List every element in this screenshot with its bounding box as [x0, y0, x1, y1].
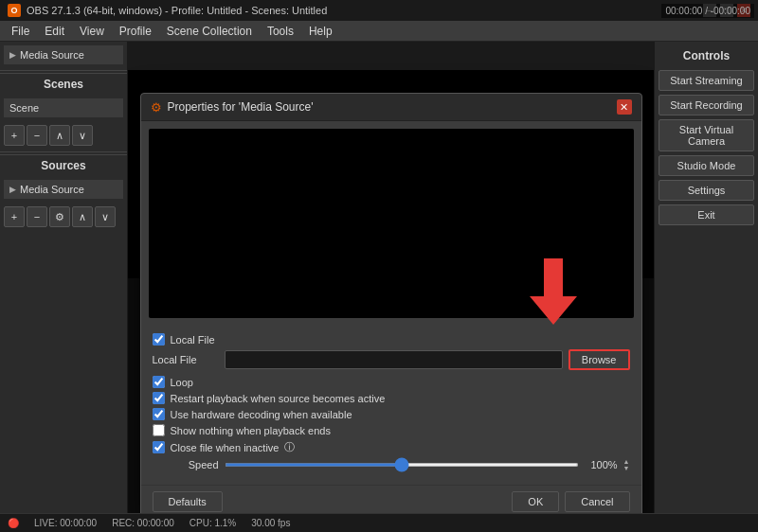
move-source-up-button[interactable]: ∧: [72, 206, 93, 227]
sources-section: ▶ Media Source: [0, 176, 127, 203]
cancel-button[interactable]: Cancel: [565, 491, 629, 512]
show-nothing-label: Show nothing when playback ends: [171, 425, 331, 436]
add-source-button[interactable]: +: [4, 206, 25, 227]
info-icon: ⓘ: [284, 440, 295, 454]
hardware-checkbox[interactable]: [153, 408, 165, 420]
sources-label: Sources: [0, 154, 127, 176]
defaults-button[interactable]: Defaults: [153, 491, 223, 512]
arrow-down-indicator: [525, 258, 582, 325]
dialog-title: ⚙ Properties for 'Media Source': [151, 100, 314, 115]
hardware-row: Use hardware decoding when available: [153, 408, 630, 420]
start-streaming-button[interactable]: Start Streaming: [659, 70, 754, 91]
sources-controls[interactable]: + − ⚙ ∧ ∨: [0, 203, 127, 231]
scenes-controls[interactable]: + − ∧ ∨: [0, 121, 127, 150]
media-source-section: ▶ Media Source: [0, 42, 127, 68]
show-nothing-row: Show nothing when playback ends: [153, 424, 630, 436]
cpu-status: CPU: 1.1%: [190, 518, 236, 528]
move-source-down-button[interactable]: ∨: [95, 206, 116, 227]
scenes-section: Scene: [0, 95, 127, 121]
remove-source-button[interactable]: −: [27, 206, 47, 227]
properties-dialog: ⚙ Properties for 'Media Source' ✕: [140, 93, 642, 521]
ok-button[interactable]: OK: [512, 491, 559, 512]
speed-arrows: ▲ ▼: [623, 458, 630, 471]
close-file-label: Close file when inactive: [171, 442, 280, 453]
dialog-footer-right: OK Cancel: [512, 491, 629, 512]
speed-slider[interactable]: [225, 463, 579, 467]
source-play-icon: ▶: [9, 185, 16, 194]
scene-item[interactable]: Scene: [4, 98, 123, 117]
restart-checkbox[interactable]: [153, 392, 165, 404]
dialog-preview: [149, 129, 634, 318]
move-scene-down-button[interactable]: ∨: [72, 125, 93, 146]
title-bar-text: OBS 27.1.3 (64-bit, windows) - Profile: …: [27, 5, 327, 16]
obs-icon: O: [8, 4, 21, 17]
divider-1: [0, 70, 127, 71]
dialog-title-icon: ⚙: [151, 100, 162, 115]
start-virtual-camera-button[interactable]: Start Virtual Camera: [659, 119, 754, 151]
exit-button[interactable]: Exit: [659, 204, 754, 225]
divider-2: [0, 151, 127, 152]
loop-label: Loop: [171, 377, 193, 388]
local-file-checkbox-label: Local File: [171, 334, 215, 346]
loop-row: Loop: [153, 376, 630, 388]
media-source-item[interactable]: ▶ Media Source: [4, 45, 123, 64]
menu-view[interactable]: View: [72, 23, 112, 40]
gear-button[interactable]: ⚙: [49, 206, 70, 227]
main-area: ▶ Media Source Scenes Scene + − ∧ ∨ Sour…: [0, 42, 758, 532]
menu-bar: File Edit View Profile Scene Collection …: [0, 21, 758, 42]
title-bar-left: O OBS 27.1.3 (64-bit, windows) - Profile…: [8, 4, 327, 17]
show-nothing-checkbox[interactable]: [153, 424, 165, 436]
remove-scene-button[interactable]: −: [27, 125, 47, 146]
dialog-overlay: ⚙ Properties for 'Media Source' ✕: [128, 83, 654, 513]
source-item[interactable]: ▶ Media Source: [4, 180, 123, 199]
menu-tools[interactable]: Tools: [260, 23, 301, 40]
controls-title: Controls: [659, 49, 754, 62]
local-file-row: Local File Browse: [153, 349, 630, 370]
hardware-label: Use hardware decoding when available: [171, 409, 352, 420]
local-file-checkbox-row: Local File: [153, 333, 630, 346]
restart-row: Restart playback when source becomes act…: [153, 392, 630, 404]
rec-status: REC: 00:00:00: [112, 518, 174, 528]
move-scene-up-button[interactable]: ∧: [49, 125, 70, 146]
browse-button[interactable]: Browse: [568, 349, 630, 370]
dialog-title-text: Properties for 'Media Source': [168, 100, 314, 114]
menu-profile[interactable]: Profile: [112, 23, 159, 40]
menu-scene-collection[interactable]: Scene Collection: [159, 23, 260, 40]
close-file-checkbox[interactable]: [153, 441, 165, 453]
preview-area: ⚙ Properties for 'Media Source' ✕: [128, 42, 654, 532]
dialog-titlebar: ⚙ Properties for 'Media Source' ✕: [141, 94, 641, 121]
title-bar: O OBS 27.1.3 (64-bit, windows) - Profile…: [0, 0, 758, 21]
dialog-close-button[interactable]: ✕: [617, 99, 632, 115]
right-panel: 00:00:00 / -00:00:00 Controls Start Stre…: [654, 42, 758, 532]
status-indicator: 🔴: [8, 518, 19, 528]
local-file-input[interactable]: [225, 350, 563, 369]
media-source-label: Media Source: [20, 49, 84, 61]
left-panel: ▶ Media Source Scenes Scene + − ∧ ∨ Sour…: [0, 42, 128, 532]
local-file-label: Local File: [153, 354, 219, 365]
studio-mode-button[interactable]: Studio Mode: [659, 155, 754, 176]
menu-file[interactable]: File: [4, 23, 37, 40]
dialog-body: Local File Local File Browse Loop: [141, 326, 641, 485]
scene-name: Scene: [9, 102, 39, 114]
time-display: 00:00:00 / -00:00:00: [661, 4, 754, 18]
speed-up-arrow[interactable]: ▲: [623, 458, 630, 465]
start-recording-button[interactable]: Start Recording: [659, 95, 754, 115]
add-scene-button[interactable]: +: [4, 125, 25, 146]
speed-row: Speed 100% ▲ ▼: [153, 458, 630, 471]
speed-label: Speed: [153, 459, 219, 470]
settings-button[interactable]: Settings: [659, 180, 754, 201]
menu-help[interactable]: Help: [301, 23, 340, 40]
close-file-row: Close file when inactive ⓘ: [153, 440, 630, 454]
live-status: LIVE: 00:00:00: [34, 518, 97, 528]
scenes-label: Scenes: [0, 73, 127, 95]
source-name: Media Source: [20, 184, 84, 195]
loop-checkbox[interactable]: [153, 376, 165, 388]
status-bar: 🔴 LIVE: 00:00:00 REC: 00:00:00 CPU: 1.1%…: [0, 513, 758, 532]
fps-status: 30.00 fps: [251, 518, 290, 528]
speed-down-arrow[interactable]: ▼: [623, 465, 630, 471]
speed-value: 100%: [585, 459, 618, 470]
menu-edit[interactable]: Edit: [37, 23, 72, 40]
local-file-checkbox[interactable]: [153, 333, 165, 346]
play-icon: ▶: [9, 50, 16, 60]
restart-label: Restart playback when source becomes act…: [171, 393, 386, 404]
